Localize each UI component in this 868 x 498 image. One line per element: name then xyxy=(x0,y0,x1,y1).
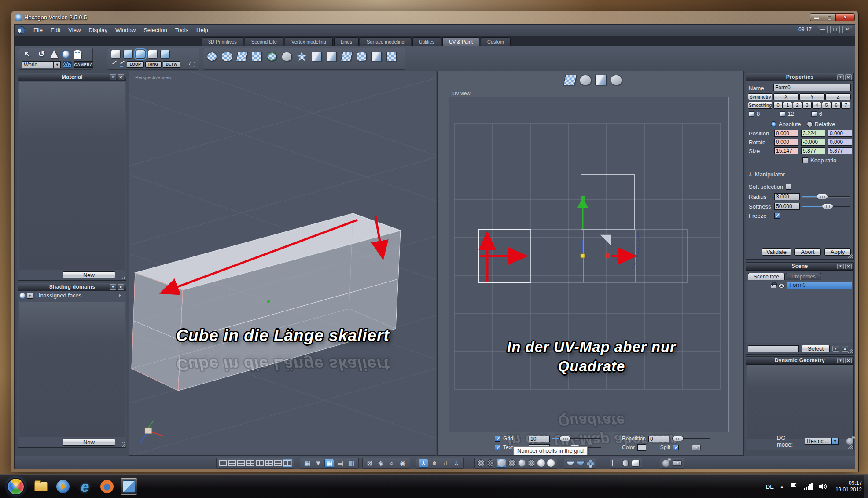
ring-select-button[interactable]: RING xyxy=(145,61,162,68)
layout-split-vertical-icon[interactable] xyxy=(283,460,291,466)
soft-select-icon[interactable] xyxy=(62,50,70,59)
material-resize-grip[interactable] xyxy=(121,275,125,279)
white-render-icon[interactable] xyxy=(547,459,555,467)
tab-vertex-modeling[interactable]: Vertex modeling xyxy=(285,37,333,46)
repetition-input[interactable]: 0 xyxy=(648,436,669,442)
material-close-icon[interactable]: ✕ xyxy=(118,74,124,80)
face-select-icon[interactable] xyxy=(50,50,58,58)
menu-display[interactable]: Display xyxy=(85,27,111,33)
softness-slider[interactable] xyxy=(802,203,850,209)
uv-stitch-icon[interactable] xyxy=(341,52,353,61)
uv-sphere-unwrap-icon[interactable] xyxy=(207,52,217,61)
snapshot-camera-icon[interactable] xyxy=(692,445,701,450)
uv-viewport[interactable]: UV view xyxy=(437,71,744,456)
softness-input[interactable]: 50.000 xyxy=(774,203,800,210)
dynamic-menu-icon[interactable]: ▼ xyxy=(837,358,844,363)
scene-close-icon[interactable]: ✕ xyxy=(845,264,852,269)
flat-shade-render-icon[interactable] xyxy=(497,459,506,468)
network-icon[interactable] xyxy=(804,483,813,490)
hidden-line-render-icon[interactable] xyxy=(487,459,494,467)
app-minimize-button[interactable]: — xyxy=(818,26,828,33)
tray-expand-icon[interactable]: ▲ xyxy=(780,484,784,489)
dynamic-geometry-area[interactable] xyxy=(747,365,853,439)
grid-slider[interactable] xyxy=(552,436,601,442)
xyz-mode-button[interactable]: XYZ xyxy=(63,61,72,68)
grid-yz-plane-icon[interactable]: ▥ xyxy=(346,459,356,468)
symmetry-z-button[interactable]: Z xyxy=(825,93,851,100)
translate-manipulator-icon[interactable]: ⋔ xyxy=(430,459,439,468)
smooth-shade-render-icon[interactable] xyxy=(518,459,526,467)
tab-uv-paint[interactable]: UV & Paint xyxy=(442,37,479,46)
uv-mode-icon[interactable] xyxy=(160,50,170,59)
perspective-viewport[interactable]: Perspective view xyxy=(129,71,436,456)
properties-close-icon[interactable]: ✕ xyxy=(845,74,852,80)
window-close-button[interactable]: ✕ xyxy=(835,13,855,21)
world-dropdown-arrow-icon[interactable]: ▼ xyxy=(54,61,61,68)
dg-mode-arrow-icon[interactable]: ▼ xyxy=(831,438,839,445)
shading-new-button[interactable]: New xyxy=(63,439,115,446)
rotate-arrow-icon[interactable]: ↺ xyxy=(36,49,47,59)
uv-cube-unwrap-icon[interactable] xyxy=(252,52,262,61)
smoothing-2-button[interactable]: 2 xyxy=(793,102,802,109)
material-new-button[interactable]: New xyxy=(63,271,115,278)
volume-icon[interactable] xyxy=(819,483,828,490)
world-dropdown[interactable]: World ▼ xyxy=(22,61,61,68)
smoothing-4-button[interactable]: 4 xyxy=(812,102,821,109)
menu-tools[interactable]: Tools xyxy=(171,27,192,33)
grid-cells-input[interactable]: 10 xyxy=(529,436,550,442)
cylinder-display-icon[interactable] xyxy=(622,459,629,468)
look-at-icon[interactable]: ◉ xyxy=(398,459,408,468)
split-checkbox[interactable] xyxy=(673,445,679,450)
ghost-mode-icon[interactable] xyxy=(74,50,81,59)
taskbar-clock[interactable]: 09:17 19.01.2012 xyxy=(835,480,862,493)
tab-custom[interactable]: Custom xyxy=(481,37,511,46)
tab-utilities[interactable]: Utilities xyxy=(412,37,441,46)
size-z-input[interactable]: 5.877 xyxy=(828,147,852,154)
edge-mode-icon[interactable] xyxy=(136,50,145,59)
properties-menu-icon[interactable]: ▼ xyxy=(837,74,844,80)
instances-icon[interactable] xyxy=(632,460,640,467)
double-sided-icon[interactable] xyxy=(577,461,585,465)
material-list-area[interactable] xyxy=(19,82,125,270)
between-select-button[interactable]: BETW xyxy=(163,61,181,68)
taskbar-media-player-icon[interactable] xyxy=(55,478,71,495)
loop-select-button[interactable]: LOOP xyxy=(127,61,144,68)
zoom-region-icon[interactable]: ⌕ xyxy=(387,459,397,468)
smoothing-6-button[interactable]: 6 xyxy=(831,102,841,109)
universal-manipulator-icon[interactable]: ⅄ xyxy=(419,459,428,468)
app-close-button[interactable]: ✕ xyxy=(842,26,852,33)
marquee-circle-icon[interactable] xyxy=(189,62,195,67)
scene-menu-icon[interactable]: ▼ xyxy=(837,264,844,269)
scene-resize-grip[interactable] xyxy=(848,349,853,353)
language-indicator[interactable]: DE xyxy=(766,483,774,490)
scene-item-form0[interactable]: Form0 xyxy=(787,282,852,289)
clay-render-icon[interactable] xyxy=(537,459,545,467)
menu-window[interactable]: Window xyxy=(111,27,140,33)
uv-head-unwrap-icon[interactable] xyxy=(282,52,292,61)
layout-three-top-icon[interactable] xyxy=(246,460,254,466)
start-button[interactable] xyxy=(7,478,25,495)
smoothing-0-button[interactable]: 0 xyxy=(773,102,783,109)
taskbar-explorer-icon[interactable] xyxy=(33,478,49,495)
face-mode-icon[interactable] xyxy=(123,50,133,59)
shading-resize-grip[interactable] xyxy=(121,442,125,447)
position-x-input[interactable]: 0.000 xyxy=(774,130,798,137)
uv-pack-icon[interactable] xyxy=(357,52,367,61)
position-z-input[interactable]: 0.000 xyxy=(828,130,852,137)
symmetry-x-button[interactable]: X xyxy=(773,93,799,100)
taskbar-hexagon-icon[interactable] xyxy=(121,478,137,495)
uv-cylinder-unwrap-icon[interactable] xyxy=(222,52,232,61)
scale-manipulator-icon[interactable]: ⇩ xyxy=(452,459,461,468)
fit-view-icon[interactable]: ⊠ xyxy=(365,459,375,468)
layout-one-two-icon[interactable] xyxy=(265,460,273,466)
dg-mode-dropdown[interactable]: Restric... ▼ xyxy=(805,438,839,445)
rotate-y-input[interactable]: -0.000 xyxy=(801,139,825,146)
rotate-z-input[interactable]: 0.000 xyxy=(828,139,852,146)
lasso-select-icon[interactable] xyxy=(119,61,125,68)
properties-resize-grip[interactable] xyxy=(848,254,853,258)
radius-input[interactable]: 3.000 xyxy=(774,193,800,200)
smooth-wire-render-icon[interactable] xyxy=(528,459,535,467)
apply-button[interactable]: Apply xyxy=(824,248,851,256)
orbit-view-icon[interactable]: ◈ xyxy=(376,459,386,468)
uv-mirror-icon[interactable] xyxy=(386,52,397,61)
